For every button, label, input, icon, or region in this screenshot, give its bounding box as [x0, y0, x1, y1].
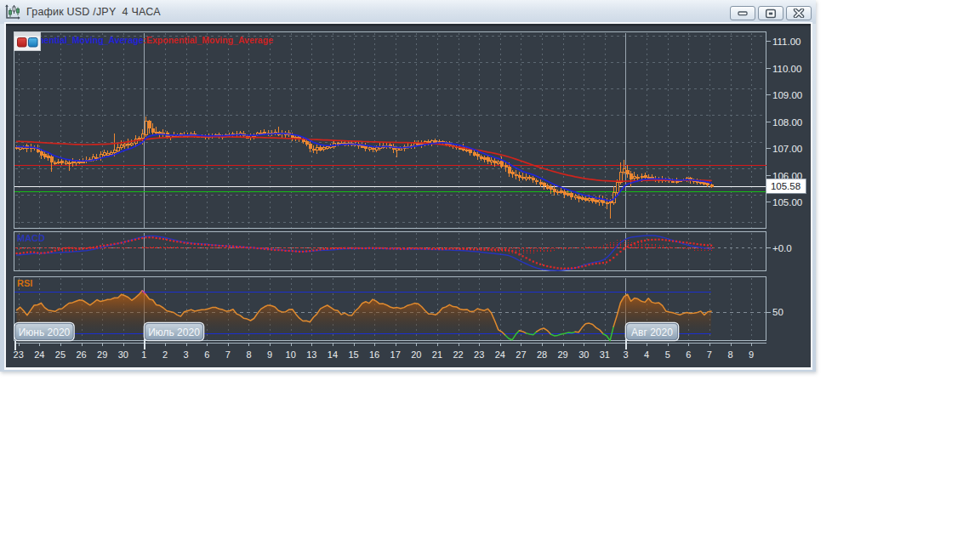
date-axis-label: 10 — [286, 349, 296, 360]
price-axis-label: 110.00 — [772, 64, 801, 74]
date-axis-label: 22 — [453, 349, 463, 360]
ema-blue-swatch — [29, 38, 38, 48]
date-axis-label: 2 — [162, 349, 168, 360]
month-label-box: Июль 2020 — [145, 323, 204, 341]
date-axis-label: 17 — [390, 349, 401, 360]
date-axis-label: 1 — [141, 349, 146, 360]
date-axis-label: 8 — [246, 349, 251, 360]
date-axis-label: 8 — [727, 349, 732, 360]
indicator-legend[interactable]: Exponential_Moving_Average:Exponential_M… — [14, 32, 274, 51]
rsi-axis-label: 50 — [772, 307, 783, 317]
date-axis-label: 5 — [665, 349, 670, 360]
date-axis-label: 24 — [34, 349, 44, 360]
close-button[interactable] — [786, 6, 812, 20]
date-axis-label: 28 — [537, 349, 547, 360]
date-axis-label: 9 — [749, 349, 754, 360]
date-axis-label: 3 — [184, 349, 189, 360]
restore-icon — [764, 9, 778, 19]
price-axis-label: 105.00 — [772, 197, 802, 207]
svg-text:Июнь 2020: Июнь 2020 — [19, 327, 71, 338]
date-axis-label: 9 — [267, 349, 272, 360]
date-axis-label: 31 — [600, 349, 610, 360]
date-axis-label: 23 — [14, 349, 24, 360]
close-icon — [793, 9, 805, 18]
main-price-panel[interactable] — [14, 32, 766, 229]
svg-text:105.58: 105.58 — [771, 181, 801, 191]
macd-signal-dots — [16, 236, 713, 270]
chart-client-area: 111.00110.00109.00108.00107.00106.00105.… — [6, 24, 811, 367]
month-label-box: Авг 2020 — [626, 323, 679, 341]
date-axis-label: 7 — [225, 349, 231, 360]
date-axis-label: 24 — [495, 349, 505, 360]
rsi-panel-title: RSI — [17, 278, 32, 288]
macd-panel-title: MACD — [17, 233, 45, 243]
svg-text:Июль 2020: Июль 2020 — [148, 327, 200, 338]
minimize-icon — [736, 9, 749, 18]
date-axis-label: 15 — [348, 349, 358, 360]
chart-window: График USD /JPY 4 ЧАСА — [0, 0, 816, 372]
candlestick-chart-icon — [3, 3, 22, 20]
date-axis-label: 14 — [328, 349, 338, 360]
date-axis-label: 3 — [623, 349, 628, 360]
date-axis-label: 4 — [644, 349, 649, 360]
client-backdrop — [6, 24, 811, 26]
svg-text:Exponential_Moving_Average:Exp: Exponential_Moving_Average:Exponential_M… — [17, 35, 274, 45]
main-plot-border — [14, 32, 766, 229]
ema-red-swatch — [18, 38, 27, 48]
price-axis-label: 108.00 — [772, 117, 802, 128]
price-axis-label: 109.00 — [772, 90, 802, 100]
candlestick-series — [15, 116, 713, 219]
date-axis-label: 29 — [97, 349, 107, 360]
macd-panel[interactable]: MACD+0.0 — [14, 232, 792, 271]
date-axis-label: 30 — [118, 349, 128, 360]
main-grid — [15, 33, 766, 228]
date-axis-label: 27 — [516, 349, 526, 360]
macd-axis-label: +0.0 — [772, 243, 792, 253]
svg-text:Авг 2020: Авг 2020 — [631, 327, 673, 338]
date-axis-label: 16 — [369, 349, 379, 360]
price-axis-label: 107.00 — [772, 144, 802, 154]
date-axis-label: 6 — [204, 349, 209, 360]
date-axis-label: 23 — [474, 349, 484, 360]
date-axis-label: 26 — [76, 349, 86, 360]
date-axis-label: 21 — [432, 349, 442, 360]
date-axis-label: 20 — [411, 349, 421, 360]
month-label-box: Июнь 2020 — [14, 323, 74, 341]
date-axis: 2324252629301236789101314151617202122232… — [14, 339, 766, 360]
window-title: График USD /JPY 4 ЧАСА — [26, 6, 161, 18]
current-price-tag: 105.58 — [766, 179, 806, 193]
window-titlebar[interactable]: График USD /JPY 4 ЧАСА — [0, 0, 816, 24]
macd-histogram — [18, 239, 712, 254]
date-axis-label: 30 — [578, 349, 589, 360]
desktop-background: График USD /JPY 4 ЧАСА — [0, 0, 980, 551]
date-axis-label: 7 — [707, 349, 712, 360]
date-axis-label: 13 — [306, 349, 316, 360]
chart-canvas[interactable]: 111.00110.00109.00108.00107.00106.00105.… — [6, 24, 811, 367]
restore-button[interactable] — [758, 6, 783, 20]
window-controls — [730, 6, 812, 20]
date-axis-label: 6 — [686, 349, 691, 360]
minimize-button[interactable] — [730, 6, 755, 20]
macd-panel-border — [14, 232, 766, 271]
date-axis-label: 25 — [55, 349, 66, 360]
date-axis-label: 29 — [558, 349, 568, 360]
price-axis-label: 111.00 — [772, 37, 801, 47]
